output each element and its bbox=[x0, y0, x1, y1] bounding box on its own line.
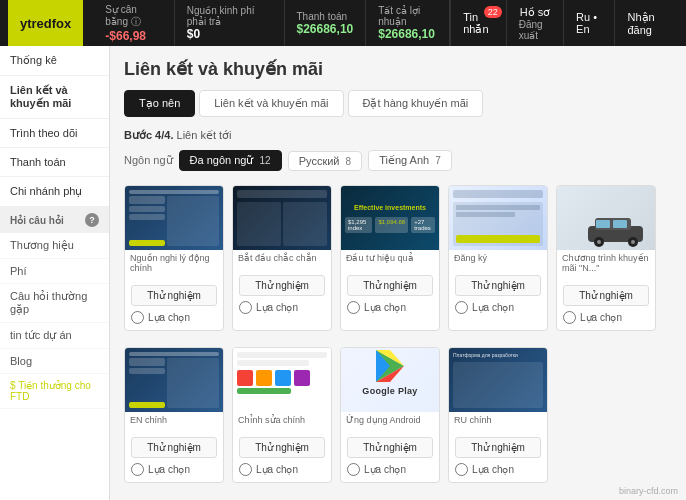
watermark: binary-cfd.com bbox=[619, 486, 678, 496]
card-4-radio[interactable]: Lựa chọn bbox=[455, 299, 541, 316]
card-9-radio-input[interactable] bbox=[455, 463, 468, 476]
card-3-radio-input[interactable] bbox=[347, 301, 360, 314]
sidebar-item-sub-branch[interactable]: Chi nhánh phụ bbox=[0, 177, 109, 207]
language-button[interactable]: Ru • En bbox=[563, 0, 614, 46]
card-5-radio-label: Lựa chọn bbox=[580, 312, 622, 323]
screen-left bbox=[129, 196, 165, 246]
card-7-radio[interactable]: Lựa chọn bbox=[239, 461, 325, 478]
edit-row-colored bbox=[237, 388, 291, 394]
card-1-actions: Thử nghiệm Lựa chọn bbox=[125, 281, 223, 330]
card-3-radio-label: Lựa chọn bbox=[364, 302, 406, 313]
sidebar-sub-fee[interactable]: Phí bbox=[0, 259, 109, 284]
svg-rect-6 bbox=[596, 220, 610, 228]
sidebar-sub-brand[interactable]: Thương hiệu bbox=[0, 233, 109, 259]
card-3: Effective investments $1,295 index $1,09… bbox=[340, 185, 440, 331]
card-9-radio[interactable]: Lựa chọn bbox=[455, 461, 541, 478]
lang-filter-label: Ngôn ngữ bbox=[124, 154, 173, 167]
stat-payment: Thanh toán $26686,10 bbox=[285, 0, 367, 46]
sidebar-faq-label: Hỏi câu hỏi bbox=[10, 215, 64, 226]
screen-btn bbox=[129, 240, 165, 246]
card-5-radio[interactable]: Lựa chọn bbox=[563, 309, 649, 326]
card-2-test-button[interactable]: Thử nghiệm bbox=[239, 275, 325, 296]
register-button[interactable]: Nhận đăng bbox=[614, 0, 678, 46]
card-2-actions: Thử nghiệm Lựa chọn bbox=[233, 271, 331, 320]
card-8-actions: Thử nghiệm Lựa chọn bbox=[341, 433, 439, 482]
card-4-test-button[interactable]: Thử nghiệm bbox=[455, 275, 541, 296]
card-2-radio[interactable]: Lựa chọn bbox=[239, 299, 325, 316]
card-6-image bbox=[125, 348, 223, 412]
sidebar-sub-news[interactable]: tin tức dự án bbox=[0, 323, 109, 349]
logo[interactable]: ytredfox bbox=[8, 0, 83, 46]
register-label: Nhận đăng bbox=[627, 11, 666, 36]
card-6-radio[interactable]: Lựa chọn bbox=[131, 461, 217, 478]
card-4-row bbox=[456, 212, 515, 217]
card-8-image: Google Play bbox=[341, 348, 439, 412]
stat-funding: Nguồn kinh phí phải trả $0 bbox=[175, 0, 285, 46]
card-3-radio[interactable]: Lựa chọn bbox=[347, 299, 433, 316]
card-8-radio[interactable]: Lựa chọn bbox=[347, 461, 433, 478]
sidebar-item-links[interactable]: Liên kết và khuyến mãi bbox=[0, 76, 109, 119]
tab-order[interactable]: Đặt hàng khuyến mãi bbox=[348, 90, 484, 117]
icon-blue bbox=[275, 370, 291, 386]
card-1-screen bbox=[125, 186, 223, 250]
card-4-radio-input[interactable] bbox=[455, 301, 468, 314]
card-7-test-button[interactable]: Thử nghiệm bbox=[239, 437, 325, 458]
lang-btn-english[interactable]: Tiếng Anh 7 bbox=[368, 150, 452, 171]
card-3-test-button[interactable]: Thử nghiệm bbox=[347, 275, 433, 296]
card-2-screen bbox=[233, 186, 331, 250]
sidebar-item-payment[interactable]: Thanh toán bbox=[0, 148, 109, 177]
card-7-radio-input[interactable] bbox=[239, 463, 252, 476]
card-1-radio-input[interactable] bbox=[131, 311, 144, 324]
lang-russian-label: Русский bbox=[299, 155, 340, 167]
sidebar-sub-faq[interactable]: Câu hỏi thường gặp bbox=[0, 284, 109, 323]
stat-funding-label: Nguồn kinh phí phải trả bbox=[187, 5, 272, 27]
card-2-radio-input[interactable] bbox=[239, 301, 252, 314]
card-5-test-button[interactable]: Thử nghiệm bbox=[563, 285, 649, 306]
edit-row bbox=[237, 360, 309, 366]
sidebar: Thống kê Liên kết và khuyến mãi Trình th… bbox=[0, 46, 110, 500]
card-9-inner: Платформа для разработки bbox=[449, 348, 547, 412]
icon-red bbox=[237, 370, 253, 386]
card-8-test-button[interactable]: Thử nghiệm bbox=[347, 437, 433, 458]
card-1-radio[interactable]: Lựa chọn bbox=[131, 309, 217, 326]
card-8-radio-input[interactable] bbox=[347, 463, 360, 476]
card-3-image: Effective investments $1,295 index $1,09… bbox=[341, 186, 439, 250]
card-4: Đăng ký Thử nghiệm Lựa chọn bbox=[448, 185, 548, 331]
svg-rect-7 bbox=[613, 220, 627, 228]
logout-label[interactable]: Đăng xuất bbox=[519, 19, 551, 41]
card-9-test-button[interactable]: Thử nghiệm bbox=[455, 437, 541, 458]
stat-funding-value: $0 bbox=[187, 27, 272, 41]
card-9-title: RU chính bbox=[449, 412, 547, 428]
card-8-title: Ứng dụng Android bbox=[341, 412, 439, 428]
card-8-radio-label: Lựa chọn bbox=[364, 464, 406, 475]
card-5-radio-input[interactable] bbox=[563, 311, 576, 324]
stat-balance: Sự cân bằng ⓘ -$66,98 bbox=[93, 0, 174, 46]
lang-btn-russian[interactable]: Русский 8 bbox=[288, 151, 362, 171]
card-6-radio-input[interactable] bbox=[131, 463, 144, 476]
screen-col bbox=[237, 202, 281, 246]
sidebar-sub-blog[interactable]: Blog bbox=[0, 349, 109, 374]
sidebar-item-statistics[interactable]: Thống kê bbox=[0, 46, 109, 76]
screen-bar bbox=[129, 190, 219, 194]
cards-grid-row1: Nguồn nghi lý động chính Thử nghiệm Lựa … bbox=[124, 185, 672, 331]
sidebar-item-tracker[interactable]: Trình theo dõi bbox=[0, 119, 109, 148]
cards-grid-row2: EN chính Thử nghiệm Lựa chọn bbox=[124, 347, 672, 483]
screen-mid bbox=[237, 202, 327, 246]
screen-right bbox=[167, 196, 219, 246]
profile-section[interactable]: Hồ sơ Đăng xuất bbox=[506, 0, 563, 46]
sidebar-faq-section[interactable]: Hỏi câu hỏi ? bbox=[0, 207, 109, 233]
card-7: Chỉnh sửa chính Thử nghiệm Lựa chọn bbox=[232, 347, 332, 483]
lang-btn-multilang[interactable]: Đa ngôn ngữ 12 bbox=[179, 150, 282, 171]
card-1-test-button[interactable]: Thử nghiệm bbox=[131, 285, 217, 306]
page-title: Liên kết và khuyến mãi bbox=[124, 58, 672, 80]
lang-russian-count: 8 bbox=[346, 156, 352, 167]
card-9-actions: Thử nghiệm Lựa chọn bbox=[449, 433, 547, 482]
tab-create[interactable]: Tạo nên bbox=[124, 90, 195, 117]
screen-col bbox=[283, 202, 327, 246]
card-6-title: EN chính bbox=[125, 412, 223, 428]
sidebar-sub-bonus[interactable]: $ Tiền thưởng cho FTD bbox=[0, 374, 109, 409]
tab-links[interactable]: Liên kết và khuyến mãi bbox=[199, 90, 343, 117]
messages-button[interactable]: Tin nhắn 22 bbox=[450, 0, 505, 46]
card-6-test-button[interactable]: Thử nghiệm bbox=[131, 437, 217, 458]
card-2-title: Bắt đầu chắc chắn bbox=[233, 250, 331, 266]
